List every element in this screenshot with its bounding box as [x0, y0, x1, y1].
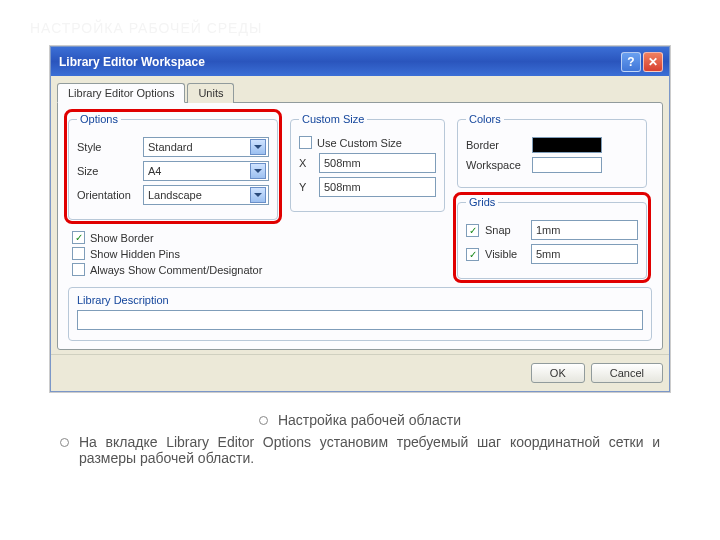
close-button[interactable]: ✕ — [643, 52, 663, 72]
size-value: A4 — [148, 165, 161, 177]
workspace-color-label: Workspace — [466, 159, 526, 171]
orientation-label: Orientation — [77, 189, 137, 201]
style-combo[interactable]: Standard — [143, 137, 269, 157]
cancel-button[interactable]: Cancel — [591, 363, 663, 383]
x-label: X — [299, 157, 313, 169]
ok-button[interactable]: OK — [531, 363, 585, 383]
visible-input[interactable]: 5mm — [531, 244, 638, 264]
show-border-label: Show Border — [90, 232, 154, 244]
dialog-window: Library Editor Workspace ? ✕ Library Edi… — [50, 46, 670, 392]
use-custom-size-label: Use Custom Size — [317, 137, 402, 149]
options-legend: Options — [77, 113, 121, 125]
dialog-title: Library Editor Workspace — [59, 55, 205, 69]
orientation-combo[interactable]: Landscape — [143, 185, 269, 205]
always-show-comment-label: Always Show Comment/Designator — [90, 264, 262, 276]
visible-label: Visible — [485, 248, 525, 260]
border-color-label: Border — [466, 139, 526, 151]
x-input[interactable]: 508mm — [319, 153, 436, 173]
always-show-comment-checkbox[interactable] — [72, 263, 85, 276]
chevron-down-icon — [250, 187, 266, 203]
library-description-group: Library Description — [68, 287, 652, 341]
tab-library-editor-options[interactable]: Library Editor Options — [57, 83, 185, 103]
style-value: Standard — [148, 141, 193, 153]
chevron-down-icon — [250, 163, 266, 179]
bullet-icon — [259, 416, 268, 425]
grids-legend: Grids — [466, 196, 498, 208]
use-custom-size-checkbox[interactable] — [299, 136, 312, 149]
snap-label: Snap — [485, 224, 525, 236]
x-value: 508mm — [324, 157, 361, 169]
visible-checkbox[interactable]: ✓ — [466, 248, 479, 261]
show-border-checkbox[interactable]: ✓ — [72, 231, 85, 244]
snap-value: 1mm — [536, 224, 560, 236]
snap-checkbox[interactable]: ✓ — [466, 224, 479, 237]
help-button[interactable]: ? — [621, 52, 641, 72]
tab-units[interactable]: Units — [187, 83, 234, 103]
colors-group: Colors Border Workspace — [457, 113, 647, 188]
show-hidden-pins-checkbox[interactable] — [72, 247, 85, 260]
y-value: 508mm — [324, 181, 361, 193]
options-group: Options Style Standard Size A4 — [68, 113, 278, 220]
style-label: Style — [77, 141, 137, 153]
snap-input[interactable]: 1mm — [531, 220, 638, 240]
bullets: Настройка рабочей области На вкладке Lib… — [60, 412, 660, 466]
y-label: Y — [299, 181, 313, 193]
titlebar: Library Editor Workspace ? ✕ — [51, 47, 669, 76]
orientation-value: Landscape — [148, 189, 202, 201]
chevron-down-icon — [250, 139, 266, 155]
tabs: Library Editor Options Units — [57, 83, 663, 103]
bullet-icon — [60, 438, 69, 447]
y-input[interactable]: 508mm — [319, 177, 436, 197]
tab-panel: Options Style Standard Size A4 — [57, 102, 663, 350]
colors-legend: Colors — [466, 113, 504, 125]
library-description-label: Library Description — [77, 294, 643, 306]
bullet-2: На вкладке Library Editor Options устано… — [79, 434, 660, 466]
size-combo[interactable]: A4 — [143, 161, 269, 181]
grids-group: Grids ✓ Snap 1mm ✓ Visible 5mm — [457, 196, 647, 279]
bullet-1: Настройка рабочей области — [278, 412, 461, 428]
show-hidden-pins-label: Show Hidden Pins — [90, 248, 180, 260]
custom-size-group: Custom Size Use Custom Size X 508mm Y 50… — [290, 113, 445, 212]
slide-title: НАСТРОЙКА РАБОЧЕЙ СРЕДЫ — [30, 20, 690, 36]
visible-value: 5mm — [536, 248, 560, 260]
border-color-swatch[interactable] — [532, 137, 602, 153]
size-label: Size — [77, 165, 137, 177]
custom-size-legend: Custom Size — [299, 113, 367, 125]
library-description-input[interactable] — [77, 310, 643, 330]
workspace-color-swatch[interactable] — [532, 157, 602, 173]
